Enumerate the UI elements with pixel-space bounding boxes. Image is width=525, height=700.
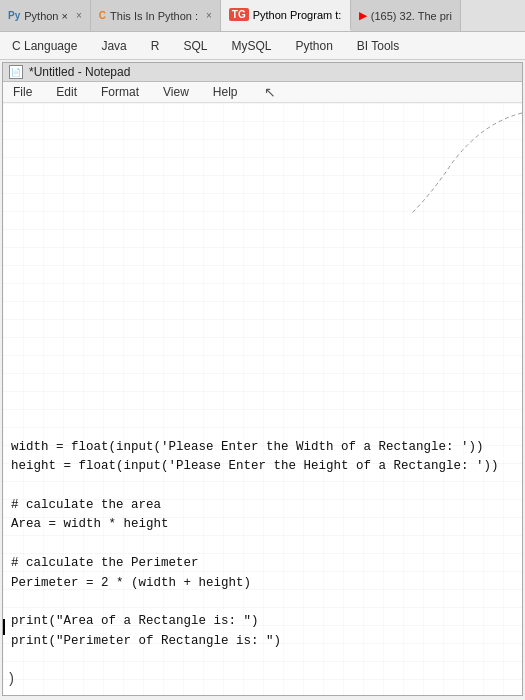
sidebar-item-r[interactable]: R <box>147 37 164 55</box>
menu-view[interactable]: View <box>157 84 195 100</box>
notepad-title-bar: 📄 *Untitled - Notepad <box>3 63 522 82</box>
tab-python-label: Python × <box>24 10 68 22</box>
tab-c[interactable]: C This Is In Python : × <box>91 0 221 31</box>
cursor-arrow-icon: ↖ <box>264 84 276 100</box>
notepad-window: 📄 *Untitled - Notepad File Edit Format V… <box>2 62 523 696</box>
nav-bar: C Language Java R SQL MySQL Python BI To… <box>0 32 525 60</box>
notepad-title: *Untitled - Notepad <box>29 65 130 79</box>
code-line-7: # calculate the Perimeter <box>11 554 514 573</box>
sidebar-item-clang[interactable]: C Language <box>8 37 81 55</box>
code-line-5: Area = width * height <box>11 515 514 534</box>
notepad-content[interactable]: width = float(input('Please Enter the Wi… <box>3 103 522 695</box>
sidebar-item-bitools[interactable]: BI Tools <box>353 37 403 55</box>
code-line-3 <box>11 477 514 496</box>
code-line-6 <box>11 535 514 554</box>
bottom-bracket: ) <box>3 671 15 687</box>
code-line-1: width = float(input('Please Enter the Wi… <box>11 438 514 457</box>
code-line-4: # calculate the area <box>11 496 514 515</box>
yt-icon: ▶ <box>359 10 367 21</box>
tab-python-close[interactable]: × <box>76 10 82 21</box>
sidebar-item-sql[interactable]: SQL <box>179 37 211 55</box>
code-line-10: print("Area of a Rectangle is: ") <box>11 612 514 631</box>
c-icon: C <box>99 10 106 21</box>
menu-file[interactable]: File <box>7 84 38 100</box>
menu-edit[interactable]: Edit <box>50 84 83 100</box>
sidebar-item-mysql[interactable]: MySQL <box>227 37 275 55</box>
code-line-2: height = float(input('Please Enter the H… <box>11 457 514 476</box>
code-line-8: Perimeter = 2 * (width + height) <box>11 574 514 593</box>
tab-python[interactable]: Py Python × × <box>0 0 91 31</box>
python-icon: Py <box>8 10 20 21</box>
sidebar-item-java[interactable]: Java <box>97 37 130 55</box>
sidebar-item-python[interactable]: Python <box>291 37 336 55</box>
code-area[interactable]: width = float(input('Please Enter the Wi… <box>3 434 522 655</box>
tg-icon: TG <box>229 8 249 21</box>
tab-yt-label: (165) 32. The pri <box>371 10 452 22</box>
tab-c-close[interactable]: × <box>206 10 212 21</box>
menu-format[interactable]: Format <box>95 84 145 100</box>
tab-c-label: This Is In Python : <box>110 10 198 22</box>
tab-yt[interactable]: ▶ (165) 32. The pri <box>351 0 461 31</box>
tab-tg[interactable]: TG Python Program t: × <box>221 0 351 31</box>
tab-bar: Py Python × × C This Is In Python : × TG… <box>0 0 525 32</box>
notepad-app-icon: 📄 <box>9 65 23 79</box>
decorative-curve <box>322 103 522 223</box>
code-line-11: print("Perimeter of Rectangle is: ") <box>11 632 514 651</box>
code-line-9 <box>11 593 514 612</box>
tab-tg-label: Python Program t: <box>253 9 342 21</box>
menu-help[interactable]: Help <box>207 84 244 100</box>
notepad-menu-bar: File Edit Format View Help ↖ <box>3 82 522 103</box>
